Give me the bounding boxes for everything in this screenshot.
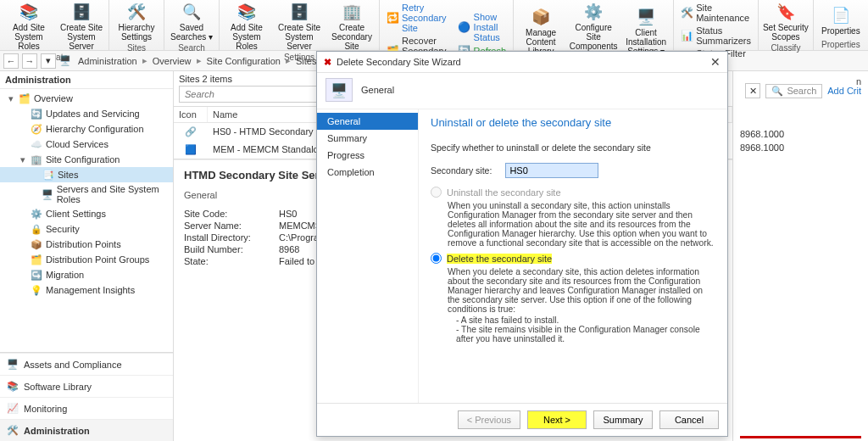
chevron-icon: ▾ bbox=[7, 93, 15, 104]
tag-icon: 🔖 bbox=[776, 2, 796, 22]
ribbon-group-classify: Classify bbox=[762, 43, 810, 53]
ribbon-btn-3-0[interactable]: 📚Add SiteSystem Roles bbox=[223, 0, 270, 53]
close-icon[interactable]: ✕ bbox=[710, 55, 721, 69]
ribbon-btn-0-1[interactable]: 🗄️Create SiteSystem Server bbox=[58, 0, 105, 53]
ribbon-btn-3-2[interactable]: 🏢CreateSecondary Site bbox=[328, 0, 376, 53]
ribbon-btn-b-0[interactable]: 📦ManageContent Library bbox=[517, 5, 565, 58]
chevron-icon: ▾ bbox=[19, 154, 27, 165]
tree-migration[interactable]: ↪️Migration bbox=[0, 267, 173, 282]
ribbon-group-sites: Sites bbox=[113, 43, 160, 53]
wizard-step-general[interactable]: General bbox=[317, 113, 418, 130]
ribbon-mini-rm3-0[interactable]: 🛠️Site Maintenance bbox=[677, 2, 754, 24]
wizard-title: Delete Secondary Site Wizard bbox=[337, 57, 461, 67]
ribbon: 📚Add SiteSystem Roles🗄️Create SiteSystem… bbox=[0, 0, 868, 51]
ribbon-mini-rm1-0[interactable]: 🔁Retry Secondary Site bbox=[383, 2, 450, 34]
tree-overview[interactable]: ▾🗂️Overview bbox=[0, 91, 173, 106]
ribbon-mini-rm3-1[interactable]: 📊Status Summarizers bbox=[677, 25, 754, 47]
wizard-step-completion[interactable]: Completion bbox=[317, 164, 418, 181]
tree-cloud-services[interactable]: ☁️Cloud Services bbox=[0, 137, 173, 152]
previous-button: < Previous bbox=[458, 410, 520, 429]
wizard-step-progress[interactable]: Progress bbox=[317, 147, 418, 164]
clear-search-icon[interactable]: ✕ bbox=[745, 83, 760, 98]
tree-distribution-points[interactable]: 📦Distribution Points bbox=[0, 237, 173, 252]
cancel-button[interactable]: Cancel bbox=[659, 410, 719, 429]
tree-site-configuration[interactable]: ▾🏢Site Configuration bbox=[0, 152, 173, 167]
workspace-administration[interactable]: 🛠️Administration bbox=[0, 419, 173, 441]
ribbon-btn-2-0[interactable]: 🔍SavedSearches ▾ bbox=[168, 0, 215, 43]
tree-updates-and-servicing[interactable]: 🔄Updates and Servicing bbox=[0, 106, 173, 121]
wizard-instruction: Specify whether to uninstall or delete t… bbox=[431, 142, 715, 153]
adminconsole-icon: 🖥️ bbox=[59, 55, 71, 66]
workspace-monitoring[interactable]: 📈Monitoring bbox=[0, 397, 173, 419]
wizard-header-label: General bbox=[361, 85, 394, 95]
list-search-right: ✕ 🔍Search Add Crit bbox=[745, 83, 861, 98]
breadcrumb[interactable]: Administration ▸ Overview ▸ Site Configu… bbox=[78, 55, 316, 66]
tree-hierarchy-configuration[interactable]: 🧭Hierarchy Configuration bbox=[0, 121, 173, 137]
wizard-header-icon: 🖥️ bbox=[326, 78, 353, 102]
wizard-page-general: Uninstall or delete the secondary site S… bbox=[419, 109, 727, 403]
tree-servers-and-site-system-roles[interactable]: 🖥️Servers and Site System Roles bbox=[0, 182, 173, 206]
ribbon-group-search: Search bbox=[168, 43, 215, 53]
nav-up[interactable]: ▾ bbox=[41, 53, 56, 69]
summary-button[interactable]: Summary bbox=[593, 410, 653, 429]
delete-description: When you delete a secondary site, this a… bbox=[431, 264, 715, 349]
nav-back[interactable]: ← bbox=[3, 53, 19, 69]
tree-client-settings[interactable]: ⚙️Client Settings bbox=[0, 206, 173, 221]
list-title: Sites 2 items bbox=[179, 74, 232, 84]
wizard-delete-icon: ✖ bbox=[324, 57, 331, 68]
tree-management-insights[interactable]: 💡Management Insights bbox=[0, 282, 173, 298]
ribbon-btn-b-2[interactable]: 🖥️ClientInstallation Settings ▾ bbox=[622, 5, 670, 58]
version-2: 8968.1000 bbox=[740, 142, 861, 153]
col-icon[interactable]: Icon bbox=[174, 107, 208, 122]
ribbon-group-properties: Properties bbox=[817, 40, 865, 50]
uninstall-description: When you uninstall a secondary site, thi… bbox=[431, 198, 715, 253]
search-button[interactable]: 🔍Search bbox=[765, 84, 822, 98]
workspace-assets-and-compliance[interactable]: 🖥️Assets and Compliance bbox=[0, 353, 173, 375]
wizard-step-summary[interactable]: Summary bbox=[317, 130, 418, 147]
secondary-site-field[interactable] bbox=[505, 163, 598, 178]
ribbon-btn-1-0[interactable]: 🛠️HierarchySettings bbox=[113, 0, 160, 43]
ribbon-btn-3-1[interactable]: 🗄️Create SiteSystem Server bbox=[275, 0, 323, 53]
next-button[interactable]: Next > bbox=[527, 410, 587, 429]
version-1: 8968.1000 bbox=[740, 129, 861, 139]
radio-uninstall: Uninstall the secondary site bbox=[431, 187, 715, 198]
wizard-steps: GeneralSummaryProgressCompletion bbox=[317, 109, 419, 403]
ribbon-btn-0-0[interactable]: 📚Add SiteSystem Roles bbox=[5, 0, 53, 53]
search-icon: 🔍 bbox=[771, 86, 783, 97]
properties-button[interactable]: 📄Properties bbox=[817, 3, 865, 37]
tree-security[interactable]: 🔒Security bbox=[0, 221, 173, 237]
add-criteria-button[interactable]: Add Crit bbox=[827, 86, 861, 96]
secondary-site-label: Secondary site: bbox=[431, 165, 492, 176]
nav-pane: Administration ▾🗂️Overview🔄Updates and S… bbox=[0, 71, 174, 441]
right-pane: n 8968.1000 8968.1000 Related Objects 🔎D… bbox=[732, 71, 868, 441]
navpane-title: Administration bbox=[0, 71, 173, 89]
radio-delete[interactable]: Delete the secondary site bbox=[431, 253, 715, 264]
related-objects-header: Related Objects bbox=[740, 436, 861, 441]
set-security-scopes-button[interactable]: 🔖Set Security Scopes bbox=[762, 0, 810, 43]
tree-distribution-point-groups[interactable]: 🗂️Distribution Point Groups bbox=[0, 252, 173, 267]
delete-secondary-site-wizard: ✖ Delete Secondary Site Wizard ✕ 🖥️ Gene… bbox=[316, 51, 728, 437]
nav-forward[interactable]: → bbox=[22, 53, 37, 69]
workspace-software-library[interactable]: 📚Software Library bbox=[0, 375, 173, 397]
tree-sites[interactable]: 📑Sites bbox=[0, 167, 173, 182]
wizard-page-heading: Uninstall or delete the secondary site bbox=[431, 116, 715, 129]
ribbon-mini-rm2-0[interactable]: 🔵Show Install Status bbox=[455, 11, 510, 43]
page-icon: 📄 bbox=[831, 5, 851, 25]
